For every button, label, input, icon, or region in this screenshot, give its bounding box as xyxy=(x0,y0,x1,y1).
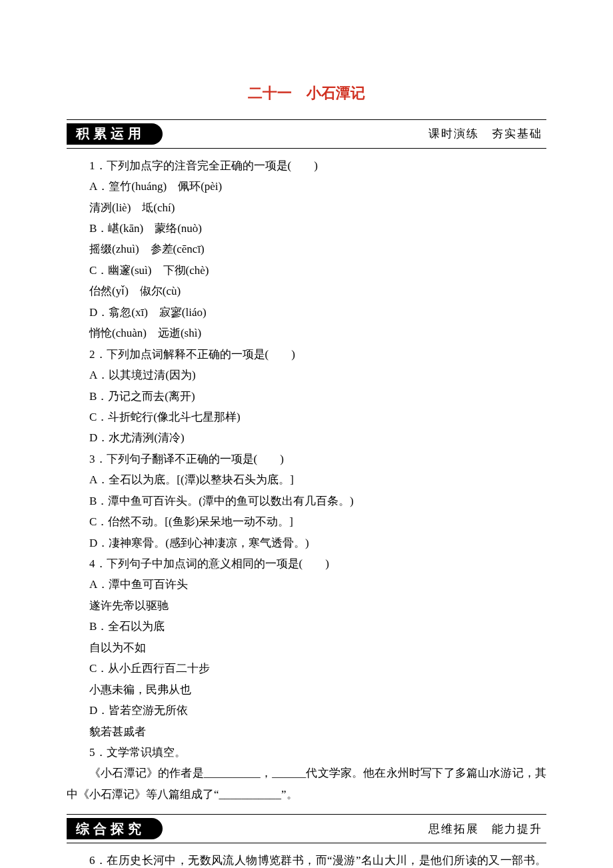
section-banner-zonghe: 综合探究 思维拓展 能力提升 xyxy=(67,814,546,843)
q4-opt-C1: C．从小丘西行百二十步 xyxy=(67,658,546,679)
q1-opt-A1: A．篁竹(huáng) 佩环(pèi) xyxy=(67,176,546,197)
q3-opt-A: A．全石以为底。[(潭)以整块石头为底。] xyxy=(67,469,546,490)
q2-opt-A: A．以其境过清(因为) xyxy=(67,365,546,385)
q3-opt-B: B．潭中鱼可百许头。(潭中的鱼可以数出有几百条。) xyxy=(67,491,546,511)
q4-opt-B2: 自以为不如 xyxy=(67,637,546,658)
q2-opt-D: D．水尤清洌(清冷) xyxy=(67,427,546,448)
q4-opt-D1: D．皆若空游无所依 xyxy=(67,700,546,721)
q3-stem: 3．下列句子翻译不正确的一项是( ) xyxy=(67,449,546,469)
q4-opt-A2: 遂许先帝以驱驰 xyxy=(67,595,546,616)
section-sub: 课时演练 夯实基础 xyxy=(428,123,546,144)
q3-opt-C: C．佁然不动。[(鱼影)呆呆地一动不动。] xyxy=(67,511,546,532)
q1-opt-D2: 悄怆(chuàn) 远逝(shì) xyxy=(67,323,546,343)
q1-opt-B1: B．嵁(kān) 蒙络(nuò) xyxy=(67,218,546,239)
q4-opt-B1: B．全石以为底 xyxy=(67,616,546,637)
section-sub: 思维拓展 能力提升 xyxy=(428,819,546,839)
q1-opt-D1: D．翕忽(xī) 寂寥(liáo) xyxy=(67,302,546,323)
chapter-title: 二十一 小石潭记 xyxy=(67,80,546,107)
q4-opt-A1: A．潭中鱼可百许头 xyxy=(67,574,546,595)
q1-opt-C1: C．幽邃(suì) 下彻(chè) xyxy=(67,260,546,281)
q3-opt-D: D．凄神寒骨。(感到心神凄凉，寒气透骨。) xyxy=(67,533,546,553)
q2-opt-C: C．斗折蛇行(像北斗七星那样) xyxy=(67,407,546,427)
q1-stem: 1．下列加点字的注音完全正确的一项是( ) xyxy=(67,155,546,176)
section-pill: 综合探究 xyxy=(67,818,163,839)
section-banner-jilei: 积累运用 课时演练 夯实基础 xyxy=(67,119,546,149)
q4-stem: 4．下列句子中加点词的意义相同的一项是( ) xyxy=(67,553,546,574)
q4-opt-C2: 小惠未徧，民弗从也 xyxy=(67,679,546,700)
q1-opt-C2: 佁然(yǐ) 俶尔(cù) xyxy=(67,281,546,301)
q1-opt-B2: 摇缀(zhuì) 参差(cēncī) xyxy=(67,239,546,259)
q4-opt-D2: 貌若甚戚者 xyxy=(67,721,546,742)
q1-opt-A2: 清冽(liè) 坻(chí) xyxy=(67,197,546,218)
q5-stem: 5．文学常识填空。 xyxy=(67,742,546,763)
q6-stem: 6．在历史长河中，无数风流人物博览群书，而“漫游”名山大川，是他们所读的又一部书… xyxy=(67,850,546,868)
section-pill: 积累运用 xyxy=(67,123,163,145)
q5-fill: 《小石潭记》的作者是__________，______代文学家。他在永州时写下了… xyxy=(67,763,546,805)
q2-opt-B: B．乃记之而去(离开) xyxy=(67,386,546,407)
q2-stem: 2．下列加点词解释不正确的一项是( ) xyxy=(67,344,546,365)
